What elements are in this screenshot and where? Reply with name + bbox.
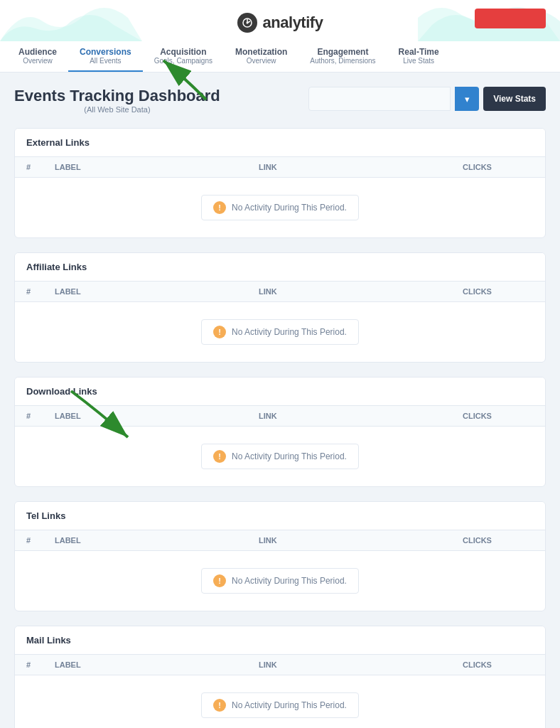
- nav-acquisition-sub: Goals, Campaigns: [154, 57, 212, 65]
- download-links-no-activity: ! No Activity During This Period.: [15, 427, 545, 486]
- nav-monetization-main: Monetization: [235, 47, 287, 57]
- col-clicks-4: Clicks: [463, 536, 534, 545]
- svg-point-5: [246, 22, 248, 24]
- red-cta-button[interactable]: [475, 9, 546, 28]
- no-activity-text-4: No Activity During This Period.: [232, 576, 347, 586]
- external-links-header: # Label Link Clicks: [15, 157, 545, 178]
- nav-engagement-sub: Authors, Dimensions: [310, 57, 375, 65]
- col-label-3: Label: [55, 412, 259, 420]
- col-hash-2: #: [26, 287, 55, 296]
- no-activity-text-2: No Activity During This Period.: [232, 327, 347, 337]
- nav-item-monetization[interactable]: Monetization Overview: [224, 41, 298, 72]
- col-hash-1: #: [26, 163, 55, 171]
- page-subtitle: (All Web Site Data): [14, 105, 220, 114]
- col-clicks-3: Clicks: [463, 412, 534, 420]
- nav-conversions-main: Conversions: [80, 47, 131, 57]
- col-label-5: Label: [55, 660, 259, 669]
- external-links-no-activity: ! No Activity During This Period.: [15, 178, 545, 237]
- warning-icon-2: !: [213, 326, 226, 338]
- col-hash-3: #: [26, 412, 55, 420]
- nav-acquisition-main: Acquisition: [154, 47, 212, 57]
- mail-links-title: Mail Links: [15, 626, 545, 655]
- col-link-4: Link: [259, 536, 463, 545]
- nav-engagement-main: Engagement: [310, 47, 375, 57]
- date-range-input[interactable]: [308, 87, 451, 111]
- nav-conversions-sub: All Events: [80, 57, 131, 65]
- download-links-section: Download Links # Label Link Clicks ! No …: [14, 377, 546, 487]
- warning-icon-1: !: [213, 201, 226, 214]
- dropdown-button[interactable]: ▾: [455, 87, 479, 111]
- chevron-down-icon: ▾: [465, 94, 470, 105]
- logo-area: analytify: [14, 7, 546, 33]
- warning-icon-5: !: [213, 699, 226, 712]
- tel-links-header: # Label Link Clicks: [15, 530, 545, 551]
- col-link-1: Link: [259, 163, 463, 171]
- view-stats-button[interactable]: View Stats: [483, 87, 546, 111]
- tel-links-no-activity: ! No Activity During This Period.: [15, 551, 545, 611]
- no-activity-text-1: No Activity During This Period.: [232, 203, 347, 213]
- mail-links-header: # Label Link Clicks: [15, 655, 545, 675]
- logo-text: analytify: [263, 14, 323, 32]
- page-title: Events Tracking Dashboard: [14, 87, 220, 105]
- affiliate-links-header: # Label Link Clicks: [15, 282, 545, 302]
- logo-icon: [237, 13, 257, 33]
- no-activity-badge-5: ! No Activity During This Period.: [201, 692, 359, 718]
- header-controls: ▾ View Stats: [308, 87, 546, 111]
- top-header: analytify: [0, 0, 560, 41]
- download-links-header: # Label Link Clicks: [15, 406, 545, 427]
- col-link-5: Link: [259, 660, 463, 669]
- affiliate-links-section: Affiliate Links # Label Link Clicks ! No…: [14, 252, 546, 363]
- no-activity-badge-1: ! No Activity During This Period.: [201, 195, 359, 220]
- col-hash-4: #: [26, 536, 55, 545]
- col-label-2: Label: [55, 287, 259, 296]
- nav-bar: Audience Overview Conversions All Events…: [0, 41, 560, 73]
- col-link-2: Link: [259, 287, 463, 296]
- no-activity-text-3: No Activity During This Period.: [232, 451, 347, 461]
- external-links-title: External Links: [15, 129, 545, 157]
- no-activity-badge-3: ! No Activity During This Period.: [201, 444, 359, 469]
- affiliate-links-no-activity: ! No Activity During This Period.: [15, 302, 545, 362]
- warning-icon-4: !: [213, 574, 226, 587]
- nav-item-realtime[interactable]: Real-Time Live Stats: [387, 41, 451, 72]
- col-clicks-5: Clicks: [463, 660, 534, 669]
- nav-audience-sub: Overview: [18, 57, 57, 65]
- no-activity-text-5: No Activity During This Period.: [232, 700, 347, 710]
- page-wrapper: analytify Audience Overview Conversions …: [0, 0, 560, 728]
- col-label-4: Label: [55, 536, 259, 545]
- nav-realtime-main: Real-Time: [399, 47, 439, 57]
- external-links-section: External Links # Label Link Clicks ! No …: [14, 128, 546, 238]
- col-clicks-1: Clicks: [463, 163, 534, 171]
- no-activity-badge-4: ! No Activity During This Period.: [201, 568, 359, 594]
- nav-item-engagement[interactable]: Engagement Authors, Dimensions: [298, 41, 387, 72]
- download-links-title: Download Links: [15, 378, 545, 406]
- mail-links-section: Mail Links # Label Link Clicks ! No Acti…: [14, 626, 546, 728]
- page-title-area: Events Tracking Dashboard (All Web Site …: [14, 87, 220, 114]
- page-content: Events Tracking Dashboard (All Web Site …: [0, 73, 560, 728]
- affiliate-links-title: Affiliate Links: [15, 253, 545, 282]
- nav-item-audience[interactable]: Audience Overview: [7, 41, 68, 72]
- col-hash-5: #: [26, 660, 55, 669]
- nav-item-acquisition[interactable]: Acquisition Goals, Campaigns: [143, 41, 224, 72]
- col-label-1: Label: [55, 163, 259, 171]
- no-activity-badge-2: ! No Activity During This Period.: [201, 319, 359, 345]
- nav-audience-main: Audience: [18, 47, 57, 57]
- col-clicks-2: Clicks: [463, 287, 534, 296]
- mail-links-no-activity: ! No Activity During This Period.: [15, 675, 545, 728]
- nav-monetization-sub: Overview: [235, 57, 287, 65]
- warning-icon-3: !: [213, 450, 226, 463]
- page-header: Events Tracking Dashboard (All Web Site …: [14, 87, 546, 114]
- tel-links-title: Tel Links: [15, 502, 545, 530]
- tel-links-section: Tel Links # Label Link Clicks ! No Activ…: [14, 501, 546, 611]
- nav-realtime-sub: Live Stats: [399, 57, 439, 65]
- nav-item-conversions[interactable]: Conversions All Events: [68, 41, 143, 72]
- col-link-3: Link: [259, 412, 463, 420]
